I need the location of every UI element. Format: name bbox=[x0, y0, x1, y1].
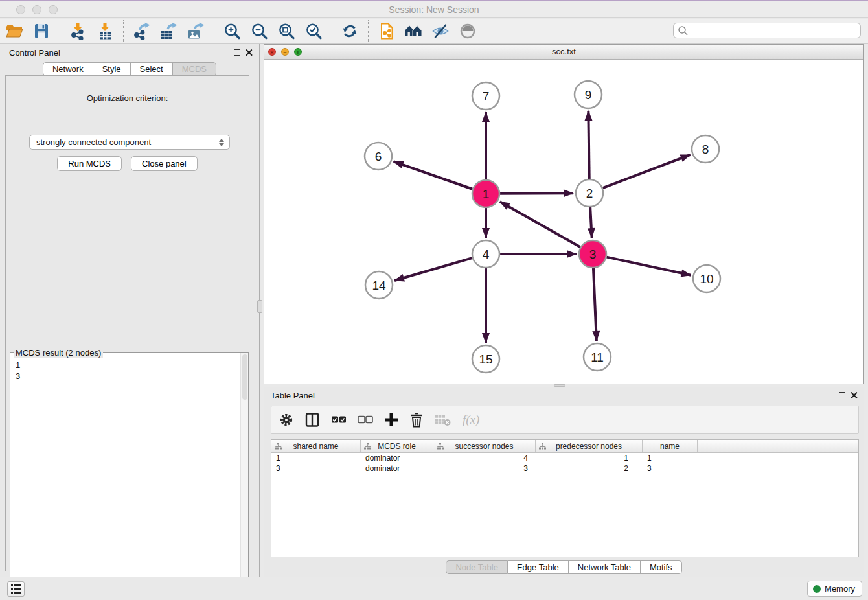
unchecked-boxes-icon bbox=[358, 415, 373, 424]
graph-node-6[interactable]: 6 bbox=[365, 143, 392, 170]
graph-node-14[interactable]: 14 bbox=[365, 271, 393, 299]
chevron-up-down-icon bbox=[219, 139, 224, 146]
column-header-MCDS-role[interactable]: MCDS role bbox=[361, 440, 433, 452]
optimization-criterion-select[interactable]: strongly connected component bbox=[29, 135, 230, 150]
zoom-in-button[interactable] bbox=[222, 20, 242, 42]
new-network-from-selection-button[interactable] bbox=[376, 20, 396, 42]
search-box[interactable] bbox=[673, 23, 861, 38]
apply-layout-button[interactable] bbox=[339, 20, 360, 42]
network-maximize-button[interactable]: + bbox=[294, 48, 302, 56]
column-header-predecessor-nodes[interactable]: predecessor nodes bbox=[536, 440, 643, 452]
table-header-row: shared nameMCDS rolesuccessor nodesprede… bbox=[271, 440, 858, 453]
export-network-button[interactable] bbox=[131, 20, 152, 42]
graph-node-11[interactable]: 11 bbox=[584, 343, 611, 371]
checked-boxes-icon bbox=[331, 415, 347, 424]
graph-edge-2-3[interactable] bbox=[590, 207, 592, 238]
unselect-all-button[interactable] bbox=[358, 415, 373, 424]
import-table-icon bbox=[96, 22, 114, 40]
graph-edge-3-11[interactable] bbox=[593, 268, 597, 341]
table-cell[interactable]: 2 bbox=[536, 463, 643, 474]
graph-node-8[interactable]: 8 bbox=[692, 135, 719, 163]
task-history-button[interactable] bbox=[7, 581, 25, 597]
table-cell[interactable]: dominator bbox=[361, 453, 433, 463]
close-panel-button[interactable]: Close panel bbox=[131, 156, 198, 171]
tab-mcds[interactable]: MCDS bbox=[173, 62, 216, 76]
table-settings-button[interactable] bbox=[279, 413, 293, 427]
tab-network-table[interactable]: Network Table bbox=[569, 560, 641, 574]
hide-selected-button[interactable] bbox=[430, 20, 451, 42]
first-neighbors-button[interactable] bbox=[403, 20, 424, 42]
table-cell[interactable]: 3 bbox=[433, 463, 536, 474]
table-cell[interactable]: 1 bbox=[643, 453, 698, 463]
network-canvas[interactable]: 7968124314101511 bbox=[264, 60, 863, 384]
close-table-panel-icon[interactable] bbox=[851, 391, 858, 398]
delete-column-button[interactable] bbox=[409, 412, 424, 428]
graph-node-4[interactable]: 4 bbox=[472, 240, 499, 268]
float-panel-icon[interactable] bbox=[234, 49, 240, 56]
table-row[interactable]: 3dominator323 bbox=[271, 463, 858, 474]
tab-motifs[interactable]: Motifs bbox=[641, 560, 682, 574]
export-table-button[interactable] bbox=[158, 20, 179, 42]
graph-node-7[interactable]: 7 bbox=[472, 82, 499, 110]
network-close-button[interactable]: × bbox=[268, 48, 276, 56]
close-panel-icon[interactable] bbox=[246, 49, 253, 56]
eye-icon bbox=[459, 22, 477, 40]
tab-edge-table[interactable]: Edge Table bbox=[508, 560, 569, 574]
save-session-button[interactable] bbox=[31, 20, 52, 42]
network-window-titlebar[interactable]: × − + scc.txt bbox=[264, 45, 863, 60]
graph-node-15[interactable]: 15 bbox=[472, 345, 499, 373]
import-table-button[interactable] bbox=[95, 20, 115, 42]
graph-edge-3-1[interactable] bbox=[500, 202, 580, 247]
node-table[interactable]: shared nameMCDS rolesuccessor nodesprede… bbox=[271, 439, 859, 557]
show-columns-button[interactable] bbox=[304, 412, 320, 428]
mcds-result-title: MCDS result (2 nodes) bbox=[14, 348, 103, 358]
run-mcds-button[interactable]: Run MCDS bbox=[57, 156, 122, 171]
zoom-out-button[interactable] bbox=[249, 20, 269, 42]
mcds-result-item: 3 bbox=[16, 371, 248, 382]
graph-edge-2-8[interactable] bbox=[603, 155, 691, 188]
graph-node-2[interactable]: 2 bbox=[576, 179, 603, 207]
tab-select[interactable]: Select bbox=[131, 62, 173, 76]
result-scrollbar[interactable] bbox=[240, 353, 248, 599]
search-input[interactable] bbox=[689, 26, 860, 35]
graph-node-10[interactable]: 10 bbox=[693, 265, 720, 292]
import-network-button[interactable] bbox=[67, 20, 88, 42]
create-column-button[interactable] bbox=[384, 413, 398, 427]
tab-style[interactable]: Style bbox=[93, 62, 131, 76]
zoom-selected-icon bbox=[304, 22, 323, 40]
houses-icon bbox=[404, 22, 422, 40]
zoom-selected-button[interactable] bbox=[303, 20, 324, 42]
graph-edge-3-10[interactable] bbox=[607, 257, 691, 275]
graph-edge-1-2[interactable] bbox=[500, 193, 573, 194]
trash-icon bbox=[409, 412, 424, 428]
table-cell[interactable]: 1 bbox=[271, 453, 361, 463]
panel-splitter-handle[interactable] bbox=[257, 300, 262, 313]
tab-node-table[interactable]: Node Table bbox=[446, 560, 508, 574]
table-cell[interactable]: 4 bbox=[433, 453, 536, 463]
graph-node-9[interactable]: 9 bbox=[575, 81, 602, 108]
graph-edge-2-9[interactable] bbox=[588, 111, 589, 179]
zoom-fit-button[interactable] bbox=[276, 20, 297, 42]
tab-network[interactable]: Network bbox=[43, 62, 93, 76]
table-cell[interactable]: 3 bbox=[643, 463, 698, 474]
table-panel: Table Panel f(x) shared nameMCDS rolesuc… bbox=[264, 387, 864, 577]
float-table-panel-icon[interactable] bbox=[839, 392, 845, 398]
graph-edge-1-6[interactable] bbox=[394, 161, 473, 189]
column-header-successor-nodes[interactable]: successor nodes bbox=[433, 440, 536, 452]
column-header-shared-name[interactable]: shared name bbox=[271, 440, 361, 452]
table-cell[interactable]: dominator bbox=[361, 463, 433, 474]
table-row[interactable]: 1dominator411 bbox=[271, 453, 858, 463]
open-session-button[interactable] bbox=[4, 20, 25, 42]
memory-button[interactable]: Memory bbox=[807, 581, 862, 597]
search-icon bbox=[678, 25, 689, 36]
column-header-name[interactable]: name bbox=[643, 440, 698, 452]
graph-edge-4-14[interactable] bbox=[394, 258, 472, 281]
graph-node-3[interactable]: 3 bbox=[579, 240, 606, 268]
show-all-button[interactable] bbox=[457, 20, 478, 42]
table-cell[interactable]: 3 bbox=[271, 463, 361, 474]
network-minimize-button[interactable]: − bbox=[281, 48, 289, 56]
export-image-button[interactable] bbox=[185, 20, 206, 42]
table-cell[interactable]: 1 bbox=[536, 453, 643, 463]
select-all-button[interactable] bbox=[331, 415, 347, 424]
graph-node-1[interactable]: 1 bbox=[472, 180, 499, 207]
